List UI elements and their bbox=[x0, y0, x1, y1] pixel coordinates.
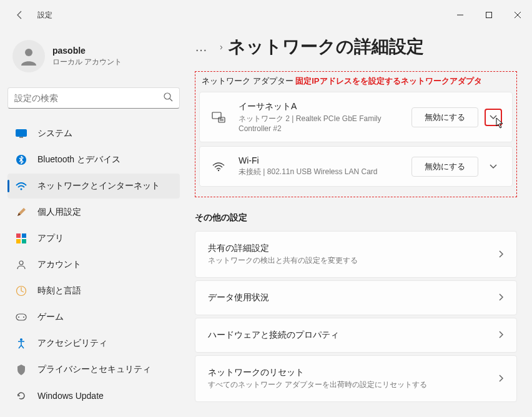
search-box[interactable] bbox=[7, 87, 180, 109]
sidebar-item-label: プライバシーとセキュリティ bbox=[37, 364, 151, 375]
sidebar-item-label: アクセシビリティ bbox=[37, 338, 107, 349]
close-button[interactable] bbox=[503, 5, 532, 25]
maximize-button[interactable] bbox=[475, 5, 503, 25]
sidebar: pasoble ローカル アカウント システム Bluetooth とデバイス … bbox=[0, 30, 187, 417]
search-icon bbox=[163, 92, 173, 104]
svg-rect-11 bbox=[16, 239, 21, 243]
chevron-right-icon bbox=[499, 249, 504, 260]
svg-rect-15 bbox=[16, 314, 26, 320]
chevron-right-icon bbox=[499, 292, 504, 303]
adapter-sub: ネットワーク 2 | Realtek PCIe GbE Family Contr… bbox=[239, 114, 411, 133]
sidebar-item-label: ゲーム bbox=[37, 312, 64, 323]
svg-rect-5 bbox=[16, 130, 27, 137]
window-controls bbox=[446, 5, 532, 25]
svg-point-17 bbox=[23, 316, 24, 318]
annotation-box: ネットワーク アダプター 固定IPアドレスをを設定するネットワークアダプタ イー… bbox=[195, 71, 517, 197]
page-title: ネットワークの詳細設定 bbox=[228, 35, 424, 59]
sidebar-item-label: 時刻と言語 bbox=[37, 285, 81, 297]
setting-sub: ネットワークの検出と共有の設定を変更する bbox=[208, 255, 499, 266]
chevron-right-icon bbox=[499, 373, 504, 385]
setting-sharing[interactable]: 共有の詳細設定 ネットワークの検出と共有の設定を変更する bbox=[195, 231, 517, 278]
sidebar-item-label: 個人用設定 bbox=[37, 207, 81, 218]
sidebar-item-label: アプリ bbox=[37, 233, 64, 244]
svg-point-18 bbox=[20, 338, 22, 341]
cursor-icon bbox=[496, 117, 505, 131]
profile-name: pasoble bbox=[52, 46, 122, 56]
window-title: 設定 bbox=[37, 10, 52, 21]
section-label: ネットワーク アダプター bbox=[202, 76, 293, 86]
disable-button[interactable]: 無効にする bbox=[411, 157, 478, 177]
adapter-sub: 未接続 | 802.11n USB Wireless LAN Card bbox=[239, 167, 411, 177]
main-content: … › ネットワークの詳細設定 ネットワーク アダプター 固定IPアドレスをを設… bbox=[187, 30, 532, 417]
sidebar-item-privacy[interactable]: プライバシーとセキュリティ bbox=[7, 357, 180, 382]
setting-hardware[interactable]: ハードウェアと接続のプロパティ bbox=[195, 318, 517, 353]
clock-globe-icon bbox=[15, 285, 27, 297]
sidebar-item-system[interactable]: システム bbox=[7, 121, 180, 146]
bluetooth-icon bbox=[15, 154, 27, 166]
setting-name: ネットワークのリセット bbox=[208, 367, 499, 378]
sidebar-item-accessibility[interactable]: アクセシビリティ bbox=[7, 331, 180, 356]
svg-point-8 bbox=[21, 189, 22, 190]
sidebar-item-network[interactable]: ネットワークとインターネット bbox=[7, 174, 180, 199]
sidebar-item-label: システム bbox=[37, 128, 72, 139]
svg-line-4 bbox=[170, 99, 172, 101]
adapter-ethernet: イーサネットA ネットワーク 2 | Realtek PCIe GbE Fami… bbox=[199, 92, 513, 142]
sidebar-item-label: アカウント bbox=[37, 259, 81, 270]
svg-rect-10 bbox=[22, 233, 26, 238]
minimize-button[interactable] bbox=[446, 5, 475, 25]
chevron-right-icon: › bbox=[220, 42, 223, 52]
apps-icon bbox=[15, 232, 27, 245]
sidebar-item-label: ネットワークとインターネット bbox=[37, 180, 160, 192]
sidebar-item-apps[interactable]: アプリ bbox=[7, 226, 180, 251]
search-input[interactable] bbox=[14, 93, 163, 103]
adapter-wifi: Wi-Fi 未接続 | 802.11n USB Wireless LAN Car… bbox=[199, 146, 513, 187]
setting-data-usage[interactable]: データ使用状況 bbox=[195, 280, 517, 315]
wifi-icon bbox=[210, 162, 227, 172]
profile-sub: ローカル アカウント bbox=[52, 57, 122, 67]
svg-point-3 bbox=[164, 93, 170, 99]
section-title: その他の設定 bbox=[195, 212, 517, 223]
setting-sub: すべてのネットワーク アダプターを出荷時の設定にリセットする bbox=[208, 380, 499, 390]
adapter-name: Wi-Fi bbox=[239, 155, 411, 165]
breadcrumb-dots[interactable]: … bbox=[195, 40, 207, 54]
sidebar-item-update[interactable]: Windows Update bbox=[7, 383, 180, 408]
chevron-right-icon bbox=[499, 330, 504, 341]
sidebar-item-gaming[interactable]: ゲーム bbox=[7, 305, 180, 330]
update-icon bbox=[15, 390, 27, 402]
svg-point-2 bbox=[25, 49, 32, 56]
svg-point-23 bbox=[218, 169, 219, 170]
avatar bbox=[12, 40, 45, 72]
system-icon bbox=[15, 127, 27, 140]
setting-name: 共有の詳細設定 bbox=[208, 243, 499, 254]
paintbrush-icon bbox=[15, 206, 27, 218]
setting-name: ハードウェアと接続のプロパティ bbox=[208, 330, 499, 341]
svg-rect-12 bbox=[22, 239, 26, 243]
annotation-text: 固定IPアドレスをを設定するネットワークアダプタ bbox=[295, 76, 481, 86]
svg-rect-1 bbox=[486, 12, 492, 18]
back-button[interactable] bbox=[10, 5, 30, 25]
network-icon bbox=[15, 180, 27, 192]
shield-icon bbox=[15, 363, 27, 376]
gaming-icon bbox=[15, 311, 27, 323]
setting-reset[interactable]: ネットワークのリセット すべてのネットワーク アダプターを出荷時の設定にリセット… bbox=[195, 355, 517, 402]
breadcrumb: … › ネットワークの詳細設定 bbox=[195, 35, 517, 59]
expand-button[interactable] bbox=[485, 158, 502, 175]
sidebar-item-accounts[interactable]: アカウント bbox=[7, 252, 180, 277]
titlebar: 設定 bbox=[0, 0, 532, 30]
profile[interactable]: pasoble ローカル アカウント bbox=[7, 35, 180, 77]
svg-rect-9 bbox=[16, 233, 21, 238]
account-icon bbox=[15, 258, 27, 271]
ethernet-icon bbox=[210, 111, 227, 124]
svg-point-16 bbox=[18, 316, 19, 318]
setting-name: データ使用状況 bbox=[208, 292, 499, 303]
sidebar-item-label: Windows Update bbox=[37, 391, 104, 401]
expand-button[interactable] bbox=[485, 109, 502, 126]
svg-rect-20 bbox=[219, 117, 225, 122]
sidebar-item-label: Bluetooth とデバイス bbox=[37, 154, 121, 165]
adapter-name: イーサネットA bbox=[239, 101, 411, 112]
sidebar-item-bluetooth[interactable]: Bluetooth とデバイス bbox=[7, 147, 180, 172]
disable-button[interactable]: 無効にする bbox=[411, 107, 478, 127]
sidebar-item-time[interactable]: 時刻と言語 bbox=[7, 278, 180, 303]
sidebar-item-personalization[interactable]: 個人用設定 bbox=[7, 200, 180, 225]
svg-rect-6 bbox=[19, 137, 23, 138]
